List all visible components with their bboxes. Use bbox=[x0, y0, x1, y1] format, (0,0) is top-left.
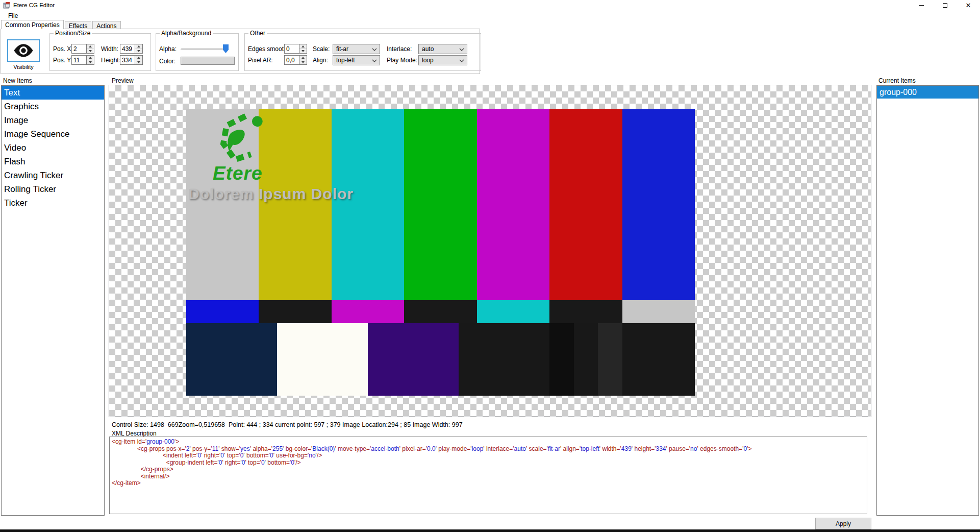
color-bar bbox=[332, 300, 404, 323]
align-label: Align: bbox=[313, 57, 328, 64]
pixel-ar-spinner[interactable] bbox=[299, 55, 307, 65]
minimize-icon bbox=[919, 5, 924, 6]
chevron-down-icon bbox=[459, 59, 464, 62]
list-item[interactable]: Crawling Ticker bbox=[2, 168, 104, 182]
play-mode-dropdown[interactable]: loop bbox=[418, 55, 467, 65]
list-item[interactable]: Text bbox=[2, 86, 104, 100]
width-label: Width: bbox=[101, 45, 118, 53]
pos-y-label: Pos. Y bbox=[53, 57, 71, 64]
xml-line: <indent left='0' right='0' top='0' botto… bbox=[112, 452, 865, 460]
bottom-edge bbox=[0, 529, 980, 532]
preview-canvas[interactable]: Etere Dolorem Ipsum Dolor bbox=[109, 85, 871, 417]
color-picker[interactable] bbox=[181, 57, 235, 65]
tab-effects[interactable]: Effects bbox=[65, 21, 91, 29]
play-mode-value: loop bbox=[422, 57, 434, 64]
chevron-down-icon bbox=[459, 48, 464, 51]
height-spinner[interactable] bbox=[135, 55, 143, 65]
color-bar bbox=[404, 300, 476, 323]
list-item[interactable]: group-000 bbox=[877, 86, 978, 99]
current-items-list[interactable]: group-000 bbox=[876, 85, 979, 516]
interlace-label: Interlace: bbox=[387, 45, 412, 53]
color-bar bbox=[622, 109, 695, 300]
width-spinner[interactable] bbox=[135, 44, 143, 54]
pos-x-label: Pos. X bbox=[53, 45, 71, 53]
color-bar bbox=[186, 323, 277, 396]
alpha-label: Alpha: bbox=[159, 45, 177, 53]
current-items-label: Current Items bbox=[878, 77, 916, 84]
scale-value: fit-ar bbox=[336, 45, 348, 53]
alpha-slider[interactable] bbox=[181, 49, 228, 50]
title-bar[interactable]: Etere CG Editor ✕ bbox=[0, 0, 980, 10]
chevron-down-icon bbox=[372, 59, 377, 62]
interlace-dropdown[interactable]: auto bbox=[418, 44, 467, 54]
group-other-label: Other bbox=[248, 30, 267, 37]
bottom-bars-row bbox=[186, 323, 695, 396]
pos-x-input[interactable] bbox=[71, 44, 87, 54]
list-item[interactable]: Ticker bbox=[2, 196, 104, 210]
list-item[interactable]: Image bbox=[2, 113, 104, 127]
align-dropdown[interactable]: top-left bbox=[333, 55, 380, 65]
maximize-button[interactable] bbox=[933, 0, 957, 10]
new-items-list[interactable]: TextGraphicsImageImage SequenceVideoFlas… bbox=[1, 85, 105, 516]
minimize-button[interactable] bbox=[910, 0, 933, 10]
pixel-ar-input[interactable] bbox=[284, 55, 299, 65]
play-mode-label: Play Mode: bbox=[387, 57, 417, 64]
edges-smooth-label: Edges smooth: bbox=[248, 45, 289, 53]
common-properties-panel: Visibility Position/Size Pos. X Width: P… bbox=[1, 29, 480, 74]
pos-y-input[interactable] bbox=[71, 55, 87, 65]
visibility-button[interactable] bbox=[7, 39, 40, 62]
color-bar bbox=[404, 109, 476, 300]
group-position-size: Position/Size Pos. X Width: Pos. Y Heigh… bbox=[49, 33, 151, 71]
xml-description-label: XML Description bbox=[112, 430, 157, 437]
xml-line: <cg-props pos-x='2' pos-y='11' show='yes… bbox=[112, 446, 865, 453]
xml-line: </cg-props> bbox=[112, 466, 865, 473]
color-bar bbox=[277, 323, 368, 396]
list-item[interactable]: Rolling Ticker bbox=[2, 182, 104, 196]
close-icon: ✕ bbox=[966, 2, 971, 9]
maximize-icon bbox=[943, 3, 947, 8]
app-icon bbox=[3, 2, 10, 9]
color-bar bbox=[549, 300, 622, 323]
scale-label: Scale: bbox=[313, 45, 330, 53]
list-item[interactable]: Graphics bbox=[2, 100, 104, 113]
apply-button[interactable]: Apply bbox=[815, 518, 871, 529]
color-label: Color: bbox=[159, 58, 175, 65]
pos-y-spinner[interactable] bbox=[87, 55, 94, 65]
align-value: top-left bbox=[336, 57, 355, 64]
pos-x-spinner[interactable] bbox=[87, 44, 94, 54]
pixel-ar-label: Pixel AR: bbox=[248, 57, 273, 64]
height-input[interactable] bbox=[120, 55, 135, 65]
xml-description-box[interactable]: <cg-item id='group-000'> <cg-props pos-x… bbox=[109, 437, 867, 514]
xml-line: <cg-item id='group-000'> bbox=[112, 439, 865, 446]
preview-status-line: Control Size: 1498 669Zoom=0,519658 Poin… bbox=[112, 421, 463, 428]
color-bar bbox=[477, 300, 549, 323]
list-item[interactable]: Video bbox=[2, 141, 104, 155]
interlace-value: auto bbox=[422, 45, 434, 53]
edges-smooth-input[interactable] bbox=[284, 44, 299, 54]
scale-dropdown[interactable]: fit-ar bbox=[333, 44, 380, 54]
group-alpha-background: Alpha/Background Alpha: Color: bbox=[156, 33, 239, 71]
color-bar bbox=[622, 323, 695, 396]
tab-strip: Common Properties Effects Actions bbox=[1, 20, 122, 29]
tab-actions[interactable]: Actions bbox=[92, 21, 120, 29]
new-items-label: New Items bbox=[3, 77, 32, 84]
close-button[interactable]: ✕ bbox=[957, 0, 980, 10]
color-bar bbox=[368, 323, 459, 396]
tab-common-properties[interactable]: Common Properties bbox=[1, 20, 64, 29]
color-bar bbox=[332, 109, 404, 300]
app-window: Etere CG Editor ✕ File Common Properties… bbox=[0, 0, 980, 532]
test-card-subtitle: Dolorem Ipsum Dolor bbox=[188, 185, 354, 203]
color-bar bbox=[477, 109, 549, 300]
menu-file[interactable]: File bbox=[5, 12, 21, 20]
group-position-size-label: Position/Size bbox=[54, 30, 92, 37]
alpha-slider-thumb[interactable] bbox=[223, 44, 229, 53]
color-bar bbox=[259, 300, 331, 323]
color-bar bbox=[186, 300, 259, 323]
height-label: Height: bbox=[101, 57, 120, 64]
list-item[interactable]: Flash bbox=[2, 155, 104, 168]
list-item[interactable]: Image Sequence bbox=[2, 127, 104, 141]
group-other: Other Edges smooth: Scale: fit-ar Interl… bbox=[244, 33, 481, 71]
edges-smooth-spinner[interactable] bbox=[299, 44, 307, 54]
preview-label: Preview bbox=[112, 77, 134, 84]
width-input[interactable] bbox=[120, 44, 135, 54]
